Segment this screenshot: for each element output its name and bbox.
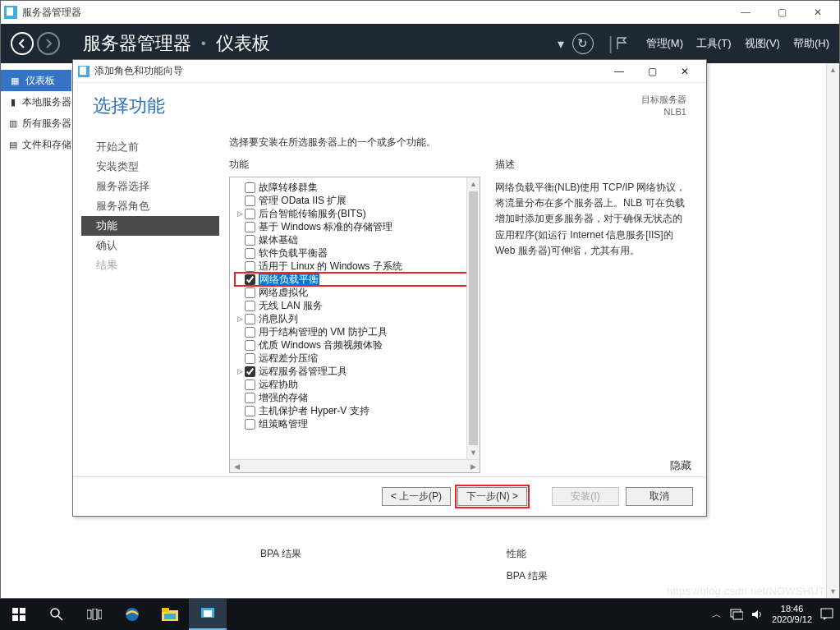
feature-item[interactable]: 优质 Windows 音频视频体验 xyxy=(235,338,480,352)
wizard-close-button[interactable]: ✕ xyxy=(668,60,701,83)
feature-item[interactable]: 远程差分压缩 xyxy=(235,352,480,365)
expander-icon[interactable]: ▷ xyxy=(235,315,245,323)
hide-button[interactable]: 隐藏 xyxy=(670,458,691,473)
sidebar-item-all-servers[interactable]: ▥ 所有服务器 xyxy=(1,113,71,134)
search-button[interactable] xyxy=(38,599,76,630)
scroll-down-icon[interactable]: ▼ xyxy=(827,585,839,598)
feature-checkbox[interactable] xyxy=(245,248,255,259)
menu-manage[interactable]: 管理(M) xyxy=(646,36,684,51)
feature-checkbox[interactable] xyxy=(245,353,255,364)
feature-item[interactable]: 软件负载平衡器 xyxy=(235,246,480,260)
notifications-flag-icon[interactable] xyxy=(615,35,633,52)
taskbar-clock[interactable]: 18:46 2020/9/12 xyxy=(772,604,812,624)
scroll-left-icon[interactable]: ◀ xyxy=(230,460,243,472)
wizard-step[interactable]: 确认 xyxy=(90,236,219,255)
outer-minimize-button[interactable]: — xyxy=(728,1,764,24)
feature-item[interactable]: 用于结构管理的 VM 防护工具 xyxy=(235,325,480,338)
feature-item[interactable]: 网络虚拟化 xyxy=(235,286,480,299)
taskbar-server-manager-icon[interactable] xyxy=(189,599,227,630)
feature-checkbox[interactable] xyxy=(245,340,255,351)
taskbar: ︿ 18:46 2020/9/12 xyxy=(0,599,840,630)
svg-line-5 xyxy=(58,616,62,620)
task-view-button[interactable] xyxy=(76,599,113,630)
wizard-step[interactable]: 安装类型 xyxy=(90,157,219,177)
feature-checkbox[interactable] xyxy=(245,314,255,324)
feature-checkbox[interactable] xyxy=(245,182,255,193)
expander-icon[interactable]: ▷ xyxy=(235,367,245,375)
feature-label: 用于结构管理的 VM 防护工具 xyxy=(259,325,388,339)
wizard-titlebar: 添加角色和功能向导 — ▢ ✕ xyxy=(73,60,706,83)
feature-checkbox[interactable] xyxy=(245,287,255,298)
wizard-step[interactable]: 开始之前 xyxy=(90,137,219,157)
wizard-step[interactable]: 服务器角色 xyxy=(90,196,219,216)
feature-checkbox[interactable] xyxy=(245,209,255,219)
features-horizontal-scrollbar[interactable]: ◀ ▶ xyxy=(230,459,480,472)
feature-checkbox[interactable] xyxy=(245,406,255,416)
sidebar-item-local-server[interactable]: ▮ 本地服务器 xyxy=(1,91,71,113)
wizard-title: 添加角色和功能向导 xyxy=(94,64,183,78)
wizard-maximize-button[interactable]: ▢ xyxy=(636,60,668,83)
content-vertical-scrollbar[interactable]: ▲ ▼ xyxy=(826,63,839,598)
wizard-cancel-button[interactable]: 取消 xyxy=(626,487,693,506)
feature-item[interactable]: 增强的存储 xyxy=(235,391,480,404)
scroll-down-icon[interactable]: ▼ xyxy=(467,446,480,459)
wizard-next-button[interactable]: 下一步(N) > xyxy=(457,487,527,506)
feature-item[interactable]: 组策略管理 xyxy=(235,417,480,430)
breadcrumb-page[interactable]: 仪表板 xyxy=(216,31,270,56)
wizard-prev-button[interactable]: < 上一步(P) xyxy=(382,487,451,506)
tray-action-center-icon[interactable] xyxy=(820,608,833,621)
feature-checkbox[interactable] xyxy=(245,366,255,377)
taskbar-explorer-icon[interactable] xyxy=(151,599,189,630)
scroll-up-icon[interactable]: ▲ xyxy=(827,63,839,76)
feature-item[interactable]: 故障转移群集 xyxy=(235,181,480,194)
tray-volume-icon[interactable] xyxy=(751,609,764,620)
header-separator: | xyxy=(608,33,613,54)
scroll-up-icon[interactable]: ▲ xyxy=(467,177,480,191)
menu-tools[interactable]: 工具(T) xyxy=(696,36,732,51)
feature-item[interactable]: 适用于 Linux 的 Windows 子系统 xyxy=(235,260,480,273)
feature-checkbox[interactable] xyxy=(245,419,255,430)
wizard-minimize-button[interactable]: — xyxy=(603,60,636,83)
feature-checkbox[interactable] xyxy=(245,327,255,338)
breadcrumb-root[interactable]: 服务器管理器 xyxy=(83,31,191,56)
feature-item[interactable]: ▷远程服务器管理工具 xyxy=(235,365,480,378)
menu-view[interactable]: 视图(V) xyxy=(745,36,780,51)
feature-item[interactable]: ▷消息队列 xyxy=(235,312,480,325)
start-button[interactable] xyxy=(0,599,38,630)
feature-checkbox[interactable] xyxy=(245,393,255,403)
feature-item[interactable]: 管理 OData IIS 扩展 xyxy=(235,194,480,207)
feature-checkbox[interactable] xyxy=(245,235,255,246)
feature-checkbox[interactable] xyxy=(245,274,255,285)
expander-icon[interactable]: ▷ xyxy=(235,209,245,218)
scroll-right-icon[interactable]: ▶ xyxy=(466,460,480,472)
dropdown-icon[interactable]: ▾ xyxy=(558,36,564,52)
tray-chevron-up-icon[interactable]: ︿ xyxy=(712,608,722,622)
feature-item[interactable]: 基于 Windows 标准的存储管理 xyxy=(235,220,480,233)
feature-checkbox[interactable] xyxy=(245,195,255,206)
sidebar-item-file-storage[interactable]: ▤ 文件和存储服务 xyxy=(1,134,71,155)
feature-label: 软件负载平衡器 xyxy=(259,246,328,260)
feature-item[interactable]: 无线 LAN 服务 xyxy=(235,299,480,312)
wizard-step[interactable]: 功能 xyxy=(81,216,219,236)
outer-close-button[interactable]: ✕ xyxy=(800,1,836,24)
outer-maximize-button[interactable]: ▢ xyxy=(764,1,800,24)
feature-checkbox[interactable] xyxy=(245,379,255,390)
refresh-button[interactable]: ↻ xyxy=(572,33,594,54)
wizard-heading: 选择功能 xyxy=(93,94,641,118)
feature-item[interactable]: ▷后台智能传输服务(BITS) xyxy=(235,207,480,220)
nav-forward-button[interactable] xyxy=(37,32,60,55)
feature-item[interactable]: 网络负载平衡 xyxy=(235,273,480,286)
feature-checkbox[interactable] xyxy=(245,301,255,311)
feature-checkbox[interactable] xyxy=(245,222,255,232)
nav-back-button[interactable] xyxy=(11,32,34,55)
feature-item[interactable]: 主机保护者 Hyper-V 支持 xyxy=(235,404,480,417)
tray-network-icon[interactable] xyxy=(730,609,743,620)
sidebar-item-dashboard[interactable]: ▦ 仪表板 xyxy=(1,70,71,91)
feature-checkbox[interactable] xyxy=(245,261,255,272)
feature-item[interactable]: 媒体基础 xyxy=(235,233,480,246)
features-vertical-scrollbar[interactable]: ▲ ▼ xyxy=(466,177,480,459)
wizard-step[interactable]: 服务器选择 xyxy=(90,177,219,196)
taskbar-ie-icon[interactable] xyxy=(113,599,151,630)
menu-help[interactable]: 帮助(H) xyxy=(793,36,829,51)
feature-item[interactable]: 远程协助 xyxy=(235,378,480,391)
